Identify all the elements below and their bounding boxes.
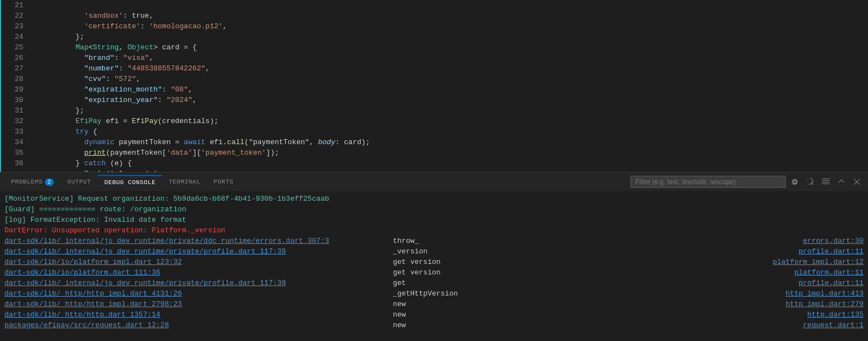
settings-icon[interactable] bbox=[788, 176, 801, 187]
panel-tabs: PROBLEMS 2 OUTPUT DEBUG CONSOLE TERMINAL… bbox=[0, 172, 868, 191]
terminal-line-12: dart-sdk/lib/_http/http.dart 1357:14 new… bbox=[4, 309, 864, 320]
code-editor: 21 22 23 24 25 26 27 28 29 30 31 32 33 3… bbox=[0, 0, 868, 172]
code-lines: 'sandbox': true, 'certificate': 'homolog… bbox=[28, 0, 868, 172]
line-numbers: 21 22 23 24 25 26 27 28 29 30 31 32 33 3… bbox=[0, 0, 28, 172]
terminal-line-2: [Guard] ============= route: /organizati… bbox=[4, 204, 864, 215]
tab-problems-label: PROBLEMS bbox=[11, 179, 43, 185]
terminal-line-8: dart-sdk/lib/io/platform.dart 111:36 get… bbox=[4, 267, 864, 278]
terminal-line-9: dart-sdk/lib/_internal/js_dev_runtime/pr… bbox=[4, 278, 864, 288]
terminal-line-13: packages/efipay/src/request.dart 12:28 n… bbox=[4, 320, 864, 330]
code-line-33: dynamic paymentToken = await efi.call("p… bbox=[32, 126, 868, 137]
code-line-36: Tools().logger(e); bbox=[32, 158, 868, 169]
code-line-24: Map<String, Object> card = { bbox=[32, 32, 868, 42]
filter-input[interactable] bbox=[630, 176, 786, 188]
tab-ports-label: PORTS bbox=[214, 179, 234, 185]
list-icon[interactable] bbox=[819, 176, 832, 187]
code-line-28: "expiration_month": "08", bbox=[32, 74, 868, 84]
terminal-line-3: [log] FormatException: Invalid date form… bbox=[4, 215, 864, 225]
chevron-up-icon[interactable] bbox=[835, 176, 848, 187]
tab-problems[interactable]: PROBLEMS 2 bbox=[4, 175, 60, 189]
code-line-21: 'sandbox': true, bbox=[32, 0, 868, 11]
debug-console: [MonitorService] Request organization: 5… bbox=[0, 191, 868, 341]
search-icon[interactable] bbox=[804, 176, 817, 187]
terminal-line-7: dart-sdk/lib/io/platform_impl.dart 123:3… bbox=[4, 257, 864, 267]
tab-output[interactable]: OUTPUT bbox=[60, 175, 98, 189]
terminal-line-6: dart-sdk/lib/_internal/js_dev_runtime/pr… bbox=[4, 246, 864, 257]
terminal-line-5: dart-sdk/lib/_internal/js_dev_runtime/pr… bbox=[4, 236, 864, 246]
terminal-line-1: [MonitorService] Request organization: 5… bbox=[4, 194, 864, 204]
tab-output-label: OUTPUT bbox=[67, 179, 91, 185]
tab-terminal[interactable]: TERMINAL bbox=[162, 175, 207, 189]
terminal-line-11: dart-sdk/lib/_http/http_impl.dart 2798:2… bbox=[4, 299, 864, 309]
panel-actions bbox=[630, 176, 864, 188]
terminal-line-4: DartError: Unsupported operation: Platfo… bbox=[4, 225, 864, 236]
terminal-line-10: dart-sdk/lib/_http/http_impl.dart 4131:2… bbox=[4, 288, 864, 299]
problems-badge: 2 bbox=[45, 179, 54, 186]
code-line-31: EfiPay efi = EfiPay(credentials); bbox=[32, 105, 868, 116]
tab-debug-console[interactable]: DEBUG CONSOLE bbox=[98, 175, 162, 189]
close-icon[interactable] bbox=[850, 176, 864, 187]
code-line-26: "number": "4485388557842262", bbox=[32, 53, 868, 63]
tab-terminal-label: TERMINAL bbox=[169, 179, 200, 185]
code-line-22: 'certificate': 'homologacao.p12', bbox=[32, 11, 868, 21]
tab-debug-console-label: DEBUG CONSOLE bbox=[104, 179, 155, 186]
tab-ports[interactable]: PORTS bbox=[207, 175, 240, 189]
